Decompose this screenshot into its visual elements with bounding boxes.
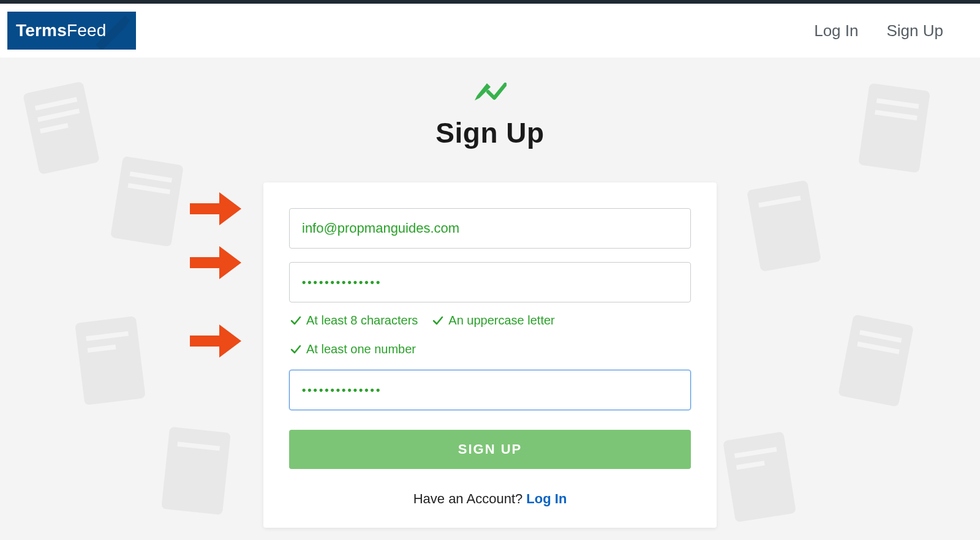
svg-rect-4 [110, 156, 184, 247]
check-icon [432, 315, 443, 326]
hero-pen-check-icon [0, 81, 980, 102]
pw-req-number: At least one number [290, 342, 416, 356]
have-account-text: Have an Account? [413, 491, 527, 506]
svg-rect-16 [859, 330, 902, 343]
svg-rect-23 [190, 203, 219, 214]
svg-rect-13 [86, 331, 129, 341]
brand-logo[interactable]: TermsFeed [7, 12, 136, 50]
svg-rect-25 [190, 336, 219, 347]
password-requirements: At least 8 characters An uppercase lette… [290, 313, 691, 356]
svg-rect-19 [177, 441, 220, 451]
bg-doc-icon [716, 426, 803, 528]
svg-rect-5 [130, 171, 173, 182]
svg-rect-12 [75, 316, 146, 405]
svg-rect-11 [758, 195, 801, 208]
svg-rect-14 [88, 345, 116, 353]
password-field[interactable]: •••••••••••••• [302, 276, 382, 289]
svg-rect-22 [736, 461, 765, 470]
svg-rect-15 [838, 314, 914, 407]
nav-signup-link[interactable]: Sign Up [887, 21, 944, 40]
svg-rect-24 [190, 257, 219, 268]
signup-button[interactable]: SIGN UP [289, 430, 691, 469]
have-account-row: Have an Account? Log In [289, 491, 691, 507]
pw-req-uppercase: An uppercase letter [432, 313, 554, 328]
bg-doc-icon [831, 309, 921, 413]
annotation-arrow-icon [190, 246, 241, 279]
confirm-password-field-wrapper: •••••••••••••• [289, 370, 691, 410]
svg-rect-6 [128, 183, 171, 194]
pw-req-length: At least 8 characters [290, 313, 418, 328]
svg-rect-18 [161, 427, 231, 515]
password-field-wrapper: •••••••••••••• [289, 262, 691, 302]
email-field-wrapper [289, 208, 691, 249]
main-content: Sign Up •••••••••••••• At least 8 charac… [0, 58, 980, 540]
bg-doc-icon [154, 421, 237, 520]
nav-login-link[interactable]: Log In [814, 21, 858, 40]
signup-card: •••••••••••••• At least 8 characters An … [263, 182, 717, 528]
logo-pen-icon [89, 12, 132, 50]
bg-doc-icon [104, 151, 190, 253]
svg-rect-21 [734, 447, 777, 458]
check-icon [290, 315, 301, 326]
email-field[interactable] [302, 209, 678, 248]
pw-req-length-label: At least 8 characters [306, 313, 418, 328]
pw-req-uppercase-label: An uppercase letter [448, 313, 554, 328]
bg-doc-icon [740, 174, 828, 278]
confirm-password-field[interactable]: •••••••••••••• [302, 384, 382, 397]
svg-rect-10 [747, 180, 821, 272]
bg-doc-icon [68, 310, 152, 411]
svg-rect-17 [857, 342, 899, 354]
header-nav: Log In Sign Up [814, 21, 954, 40]
page-title: Sign Up [0, 116, 980, 149]
pw-req-number-label: At least one number [306, 342, 416, 356]
annotation-arrow-icon [190, 324, 241, 358]
check-icon [290, 344, 301, 355]
brand-name-bold: Terms [16, 21, 67, 40]
annotation-arrow-icon [190, 192, 241, 225]
login-link[interactable]: Log In [526, 491, 567, 506]
site-header: TermsFeed Log In Sign Up [0, 4, 980, 58]
svg-rect-20 [723, 432, 796, 523]
